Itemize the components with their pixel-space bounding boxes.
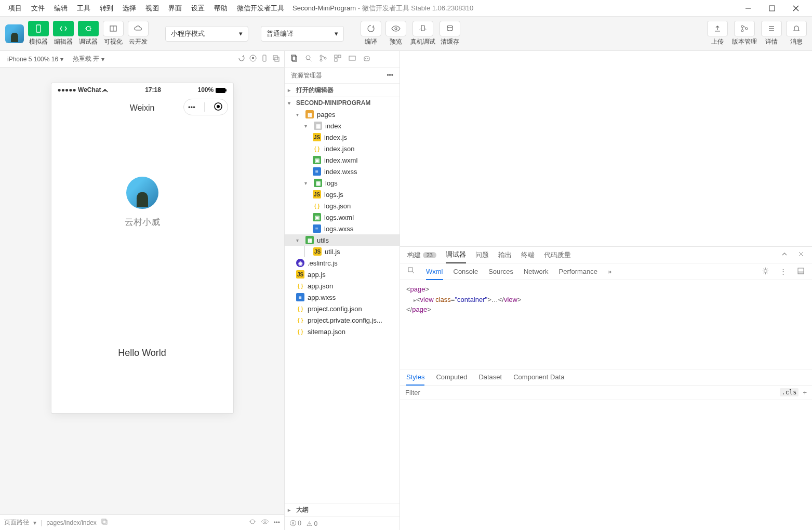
simulator-toggle[interactable]: 模拟器 [28,21,49,46]
compile-mode-dropdown[interactable]: 普通编译▾ [261,26,344,42]
file-app-wxss[interactable]: ≡app.wxss [285,292,400,303]
menu-wechat-devtools[interactable]: 微信开发者工具 [233,2,288,15]
file-project-config[interactable]: { }project.config.json [285,303,400,314]
search-icon[interactable] [304,54,313,64]
robot-icon[interactable] [363,54,371,64]
tab-sources[interactable]: Sources [488,268,513,275]
more-icon[interactable]: ••• [273,519,280,526]
menu-dots-icon[interactable]: ••• [188,103,195,111]
minimize-button[interactable] [736,0,760,17]
refresh-icon[interactable] [237,54,246,64]
upload-button[interactable]: 上传 [707,21,728,46]
mode-dropdown[interactable]: 小程序模式▾ [165,26,248,42]
clear-cache-button[interactable]: 清缓存 [440,21,460,46]
file-index-json[interactable]: { }index.json [285,143,400,154]
close-button[interactable] [784,0,808,17]
project-section[interactable]: ▾SECOND-MINIPROGRAM [285,97,400,109]
file-index-wxml[interactable]: ▣index.wxml [285,154,400,166]
user-avatar[interactable] [5,24,24,43]
file-app-js[interactable]: JSapp.js [285,269,400,280]
tab-network[interactable]: Network [524,268,549,275]
copy-icon[interactable] [101,518,108,527]
file-sitemap[interactable]: { }sitemap.json [285,326,400,337]
collapse-icon[interactable] [781,250,788,259]
version-button[interactable]: 版本管理 [732,21,757,46]
tab-codequality[interactable]: 代码质量 [544,250,571,260]
menu-view[interactable]: 视图 [141,2,163,15]
hot-reload-toggle[interactable]: 热重载 开 ▾ [70,54,108,64]
tab-dataset[interactable]: Dataset [478,373,502,381]
maximize-button[interactable] [760,0,784,17]
kebab-icon[interactable]: ⋮ [780,268,787,275]
folder-index[interactable]: ▾▦index [285,120,400,131]
folder-pages[interactable]: ▾▦pages [285,109,400,120]
capsule-button[interactable]: ••• [183,99,228,115]
details-button[interactable]: 详情 [761,21,782,46]
device-selector[interactable]: iPhone 5 100% 16 ▾ [4,55,66,64]
visualize-button[interactable]: 可视化 [103,21,124,46]
menu-settings[interactable]: 设置 [187,2,209,15]
component-icon[interactable] [348,54,356,64]
add-rule-icon[interactable]: + [803,389,807,396]
tab-output[interactable]: 输出 [498,250,512,260]
stop-icon[interactable] [249,54,257,64]
menu-edit[interactable]: 编辑 [50,2,72,15]
wxml-tree[interactable]: <page> ▸<view class="container">…</view>… [400,280,812,319]
tab-wxml[interactable]: Wxml [426,268,443,280]
close-icon[interactable] [797,250,805,259]
eye-icon[interactable] [261,518,269,527]
tab-build[interactable]: 构建 23 [407,250,436,260]
tab-terminal[interactable]: 终端 [521,250,535,260]
more-tabs-icon[interactable]: » [608,268,611,275]
tab-styles[interactable]: Styles [406,373,424,386]
tab-console[interactable]: Console [454,268,478,275]
menu-select[interactable]: 选择 [118,2,140,15]
file-logs-wxml[interactable]: ▣logs.wxml [285,211,400,223]
file-app-json[interactable]: { }app.json [285,280,400,292]
dock-icon[interactable] [797,267,805,276]
menu-help[interactable]: 帮助 [210,2,232,15]
bug-icon[interactable] [248,518,257,527]
open-editors-section[interactable]: ▸打开的编辑器 [285,83,400,97]
menu-goto[interactable]: 转到 [96,2,117,15]
file-project-private[interactable]: { }project.private.config.js... [285,314,400,326]
tab-component-data[interactable]: Component Data [513,373,564,381]
tab-computed[interactable]: Computed [436,373,467,381]
menu-file[interactable]: 文件 [27,2,49,15]
folder-utils[interactable]: ▾▦utils [285,234,400,246]
file-logs-wxss[interactable]: ≡logs.wxss [285,223,400,234]
user-avatar-large[interactable] [126,177,158,209]
error-count[interactable]: ⓧ 0 [290,519,301,528]
tab-debugger[interactable]: 调试器 [446,250,466,263]
extensions-icon[interactable] [334,54,342,64]
file-util-js[interactable]: JSutil.js [304,246,400,257]
file-eslintrc[interactable]: ◉.eslintrc.js [285,257,400,269]
remote-debug-button[interactable]: 真机调试 [410,21,435,46]
target-icon[interactable] [214,102,223,113]
file-logs-json[interactable]: { }logs.json [285,200,400,211]
gear-icon[interactable] [762,267,769,276]
file-index-js[interactable]: JSindex.js [285,131,400,143]
tab-problems[interactable]: 问题 [475,250,489,260]
messages-button[interactable]: 消息 [786,21,807,46]
file-index-wxss[interactable]: ≡index.wxss [285,166,400,177]
menu-ui[interactable]: 界面 [164,2,186,15]
inspect-icon[interactable] [407,267,416,276]
warning-count[interactable]: ⚠ 0 [307,520,317,527]
files-icon[interactable] [290,54,298,64]
outline-section[interactable]: ▸大纲 [285,503,400,516]
cloud-dev-button[interactable]: 云开发 [128,21,149,46]
folder-logs[interactable]: ▾▦logs [285,177,400,189]
styles-filter-input[interactable] [405,389,780,396]
more-icon[interactable]: ••• [387,72,393,79]
editor-toggle[interactable]: 编辑器 [53,21,74,46]
tab-performance[interactable]: Performance [559,268,597,275]
git-icon[interactable] [319,54,327,64]
device-icon[interactable] [260,54,269,64]
file-logs-js[interactable]: JSlogs.js [285,189,400,200]
compile-button[interactable]: 编译 [361,21,381,46]
debugger-toggle[interactable]: 调试器 [78,21,99,46]
popout-icon[interactable] [272,54,280,64]
menu-project[interactable]: 项目 [4,2,26,15]
cls-toggle[interactable]: .cls [780,388,799,396]
